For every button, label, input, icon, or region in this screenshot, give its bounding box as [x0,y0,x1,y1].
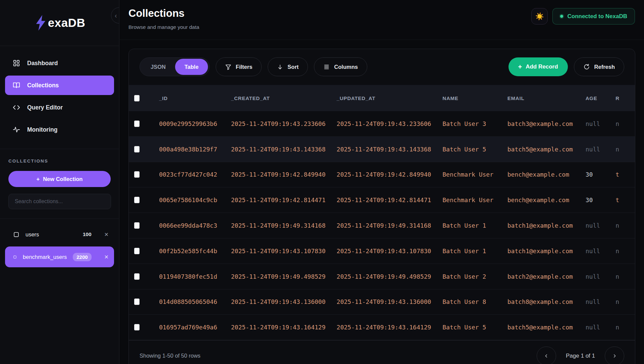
row-checkbox[interactable] [134,197,140,203]
table-row[interactable]: 0119407380fec51d2025-11-24T09:19:49.4985… [129,264,635,289]
table-footer: Showing 1-50 of 50 rows Page 1 of 1 [129,340,635,364]
sort-button[interactable]: Sort [268,57,308,76]
divider [0,219,119,219]
theme-toggle-button[interactable]: ☀️ [531,8,548,25]
row-checkbox-cell [134,146,159,152]
cell-updated-at: 2025-11-24T09:19:43.143368 [337,146,443,153]
cell-email: bench@example.com [507,196,586,203]
cell-age: null [586,222,616,229]
row-checkbox[interactable] [134,273,140,280]
cell-clipped: n [615,247,635,255]
cell-created-at: 2025-11-24T09:19:43.143368 [231,146,337,153]
chevron-right-icon [612,353,617,359]
cell-name: Benchmark User [442,171,507,178]
page-subtitle: Browse and manage your data [128,24,199,30]
cell-created-at: 2025-11-24T09:19:43.136000 [231,298,337,305]
table-row[interactable]: 0009e299529963b62025-11-24T09:19:43.2336… [129,111,635,137]
cell-age: 30 [586,196,616,203]
cell-email: batch1@example.com [507,247,586,255]
collection-name: benchmark_users [23,254,67,260]
cell-created-at: 2025-11-24T09:19:49.314168 [231,222,337,229]
cell-email: batch1@example.com [507,222,586,229]
column-header-age: AGE [586,95,616,101]
columns-button[interactable]: Columns [314,57,367,76]
new-collection-button[interactable]: + New Collection [8,171,111,187]
cell-name: Batch User 1 [442,247,507,255]
collection-item-benchmark-users[interactable]: benchmark_users 2200 ✕ [5,246,114,267]
row-checkbox-cell [134,197,159,203]
view-toggle-json[interactable]: JSON [141,59,175,75]
cell-clipped: n [615,298,635,305]
status-dot-icon [560,15,563,18]
table-header-row: _ID _CREATED_AT _UPDATED_AT NAME EMAIL A… [129,85,635,111]
next-page-button[interactable] [605,347,624,364]
cell-email: bench@example.com [507,171,586,178]
sidebar-item-query-editor[interactable]: Query Editor [5,98,114,117]
collections-list: users 100 ✕ benchmark_users 2200 ✕ [5,226,114,267]
column-header-id: _ID [159,95,231,101]
collection-count-badge: 2200 [73,253,91,261]
view-toggle-table[interactable]: Table [175,59,208,75]
column-header-name: NAME [442,95,507,101]
book-open-icon [13,82,20,89]
row-checkbox[interactable] [134,248,140,254]
row-checkbox[interactable] [134,324,140,330]
table-row[interactable]: 0065e7586104c9cb2025-11-24T09:19:42.8144… [129,187,635,213]
table-row[interactable]: 00f2b52e585fc44b2025-11-24T09:19:43.1078… [129,238,635,264]
sidebar-item-label: Monitoring [27,126,57,133]
table-row[interactable]: 016957ad769e49a62025-11-24T09:19:43.1641… [129,315,635,340]
row-checkbox[interactable] [134,146,140,152]
close-icon[interactable]: ✕ [104,231,109,238]
cell-age: null [586,298,616,305]
row-checkbox[interactable] [134,299,140,305]
row-checkbox[interactable] [134,222,140,229]
cell-email: batch3@example.com [507,120,586,127]
divider [0,149,119,149]
add-record-button[interactable]: + Add Record [508,57,568,76]
cell-clipped: t [615,196,635,203]
row-checkbox[interactable] [134,121,140,127]
sidebar-item-collections[interactable]: Collections [5,76,114,95]
cell-id: 00f2b52e585fc44b [159,247,231,255]
filters-button[interactable]: Filters [216,57,262,76]
row-checkbox[interactable] [134,171,140,178]
page-header: Collections Browse and manage your data … [120,0,644,40]
filters-label: Filters [236,64,253,70]
cell-name: Batch User 1 [442,222,507,229]
new-collection-label: New Collection [43,176,83,182]
cell-clipped: n [615,222,635,229]
sidebar-item-dashboard[interactable]: Dashboard [5,53,114,73]
cell-updated-at: 2025-11-24T09:19:49.314168 [337,222,443,229]
close-icon[interactable]: ✕ [104,254,109,260]
table-row[interactable]: 014d0885050650462025-11-24T09:19:43.1360… [129,289,635,315]
logo-text: exaDB [48,16,85,30]
search-collections-input[interactable] [8,194,111,209]
previous-page-button[interactable] [537,347,556,364]
sidebar-nav: Dashboard Collections Query Editor Monit… [0,46,119,139]
cell-clipped: n [615,146,635,153]
main-content: Collections Browse and manage your data … [120,0,644,364]
sidebar-item-monitoring[interactable]: Monitoring [5,120,114,139]
table-row[interactable]: 0066ee99dda478c32025-11-24T09:19:49.3141… [129,213,635,238]
select-all-checkbox[interactable] [134,95,140,101]
collection-count: 100 [83,231,92,237]
code-icon [13,104,20,111]
cell-created-at: 2025-11-24T09:19:42.814471 [231,196,337,203]
row-checkbox-cell [134,299,159,305]
cell-age: null [586,273,616,280]
columns-label: Columns [334,64,358,70]
grid-icon [13,59,20,67]
table-row[interactable]: 000a498e38b129f72025-11-24T09:19:43.1433… [129,137,635,162]
connection-status-badge: Connected to NexaDB [552,8,635,25]
plus-icon: + [37,176,40,182]
sidebar-item-label: Dashboard [27,60,58,67]
toolbar-right: + Add Record Refresh [508,57,624,76]
table-toolbar: JSON Table Filters Sort Colu [129,49,635,85]
collection-item-users[interactable]: users 100 ✕ [5,226,114,242]
cell-name: Batch User 2 [442,273,507,280]
cell-email: batch5@example.com [507,324,586,331]
refresh-button[interactable]: Refresh [574,57,624,76]
view-toggle: JSON Table [140,57,210,76]
cell-updated-at: 2025-11-24T09:19:43.233606 [337,120,443,127]
table-row[interactable]: 0023cf77d427c0422025-11-24T09:19:42.8499… [129,162,635,188]
